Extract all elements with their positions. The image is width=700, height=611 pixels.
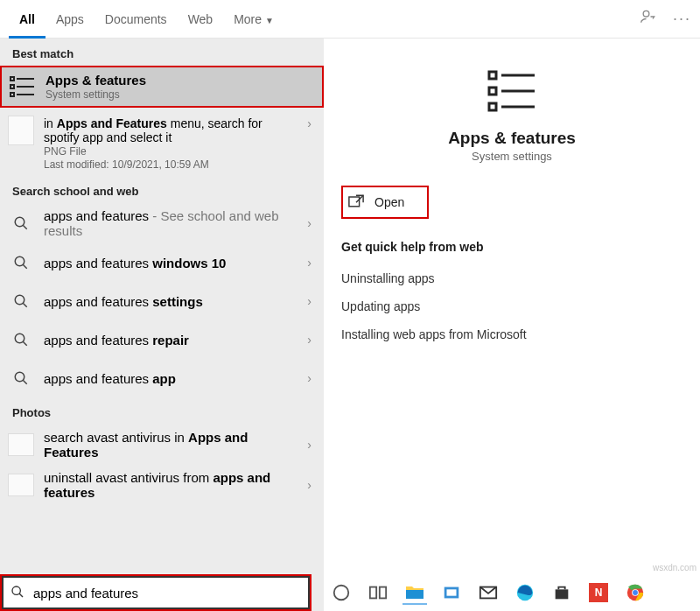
result-title: in Apps and Features menu, search for sp… (44, 116, 295, 144)
web-result[interactable]: apps and features repair › (0, 320, 324, 359)
taskbar-mail[interactable] (476, 580, 500, 605)
photo-result[interactable]: uninstall avast antivirus from apps and … (0, 465, 324, 505)
svg-point-9 (15, 256, 24, 266)
svg-point-13 (15, 334, 24, 343)
svg-point-36 (633, 590, 638, 595)
chevron-down-icon: ▼ (265, 16, 274, 25)
web-result[interactable]: apps and features settings › (0, 282, 324, 320)
taskbar-store[interactable] (550, 580, 574, 605)
section-best-match: Best match (0, 39, 324, 66)
help-link[interactable]: Updating apps (341, 292, 682, 320)
search-icon (7, 287, 35, 315)
svg-line-8 (23, 225, 27, 229)
search-input[interactable] (32, 585, 308, 601)
taskbar-chrome[interactable] (623, 580, 648, 605)
search-icon (7, 364, 35, 392)
svg-rect-1 (10, 77, 14, 81)
taskbar-explorer[interactable] (402, 580, 427, 605)
svg-rect-17 (489, 72, 496, 79)
chevron-right-icon[interactable]: › (304, 333, 315, 347)
taskbar-app-red[interactable]: N (586, 580, 611, 605)
help-link[interactable]: Installing web apps from Microsoft (341, 320, 682, 348)
svg-line-12 (23, 303, 27, 307)
svg-point-0 (643, 11, 649, 17)
svg-line-14 (23, 341, 27, 346)
more-options-icon[interactable]: ··· (673, 10, 691, 28)
chevron-right-icon[interactable]: › (304, 294, 315, 308)
chevron-right-icon[interactable]: › (304, 371, 315, 385)
svg-point-27 (334, 586, 349, 600)
chevron-right-icon[interactable]: › (304, 216, 315, 230)
results-panel: Best match Apps & features System settin… (0, 39, 324, 611)
open-icon (348, 194, 364, 210)
search-scope-tabs: All Apps Documents Web More▼ ··· (0, 0, 700, 39)
taskbar-edge[interactable] (513, 580, 537, 605)
web-result[interactable]: apps and features windows 10 › (0, 243, 324, 282)
photo-result[interactable]: search avast antivirus in Apps and Featu… (0, 425, 324, 465)
chevron-right-icon[interactable]: › (304, 256, 315, 270)
svg-rect-5 (10, 93, 14, 96)
svg-line-26 (19, 593, 23, 597)
svg-rect-31 (447, 589, 457, 595)
search-box[interactable] (2, 576, 310, 609)
help-link[interactable]: Uninstalling apps (341, 264, 682, 292)
svg-line-10 (23, 264, 27, 269)
svg-point-25 (12, 586, 20, 594)
apps-features-icon (9, 73, 37, 101)
search-icon (4, 585, 32, 601)
svg-rect-19 (489, 88, 496, 95)
svg-rect-21 (489, 103, 496, 110)
taskbar-taskview[interactable] (366, 580, 390, 605)
file-thumbnail-icon (7, 431, 35, 459)
svg-rect-28 (370, 587, 376, 599)
apps-features-icon (486, 67, 538, 118)
feedback-icon[interactable] (640, 8, 657, 30)
result-apps-and-features[interactable]: Apps & features System settings (0, 66, 324, 108)
file-thumbnail-icon (7, 116, 35, 144)
section-photos: Photos (0, 397, 324, 425)
chevron-right-icon[interactable]: › (304, 116, 315, 130)
section-search-web: Search school and web (0, 176, 324, 203)
svg-line-16 (23, 380, 27, 384)
details-title: Apps & features (448, 129, 576, 148)
taskbar: N (324, 576, 698, 609)
help-header: Get quick help from web (341, 240, 682, 254)
taskbar-cortana[interactable] (329, 580, 354, 605)
search-icon (7, 249, 35, 277)
watermark: wsxdn.com (653, 563, 696, 572)
web-result[interactable]: apps and features app › (0, 359, 324, 397)
details-panel: Apps & features System settings Open Get… (324, 39, 700, 611)
result-subtitle: System settings (46, 88, 313, 101)
tab-web[interactable]: Web (178, 0, 224, 39)
search-icon (7, 326, 35, 354)
chevron-right-icon[interactable]: › (304, 438, 315, 452)
svg-rect-29 (380, 587, 386, 599)
svg-point-15 (15, 372, 24, 382)
open-button[interactable]: Open (341, 186, 429, 219)
web-result[interactable]: apps and features - See school and web r… (0, 203, 324, 243)
chevron-right-icon[interactable]: › (304, 478, 315, 492)
result-file-png[interactable]: in Apps and Features menu, search for sp… (0, 108, 324, 176)
taskbar-screenshot[interactable] (439, 580, 464, 605)
tab-more[interactable]: More▼ (223, 0, 284, 39)
tab-all[interactable]: All (9, 0, 46, 39)
result-title: Apps & features (46, 73, 313, 88)
tab-documents[interactable]: Documents (94, 0, 178, 39)
svg-point-11 (15, 295, 24, 305)
details-subtitle: System settings (472, 150, 552, 163)
svg-rect-3 (10, 85, 14, 88)
tab-apps[interactable]: Apps (46, 0, 94, 39)
search-icon (7, 209, 35, 237)
svg-point-7 (15, 217, 24, 227)
file-thumbnail-icon (7, 471, 35, 499)
